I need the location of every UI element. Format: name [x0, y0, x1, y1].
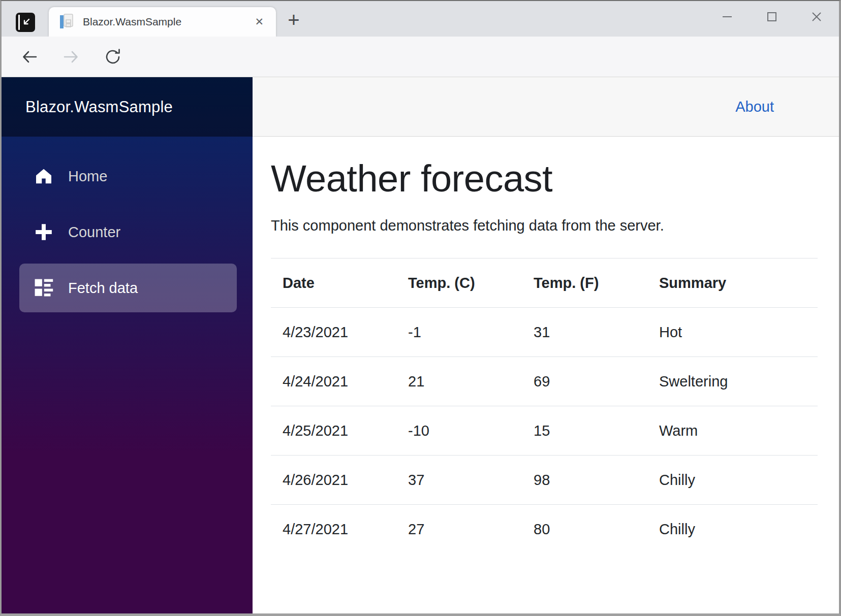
cell-summary: Chilly: [647, 505, 818, 554]
sidebar-item-label: Home: [68, 168, 107, 185]
cell-temp-f: 69: [522, 357, 647, 406]
sidebar-item-counter[interactable]: Counter: [19, 208, 237, 256]
table-row: 4/26/2021 37 98 Chilly: [271, 456, 818, 505]
column-header-temp-f: Temp. (F): [522, 258, 647, 308]
close-window-button[interactable]: [794, 1, 839, 33]
table-row: 4/27/2021 27 80 Chilly: [271, 505, 818, 554]
journal-arrow-icon[interactable]: [16, 13, 35, 32]
sidebar-brand-row: Blazor.WasmSample: [2, 77, 253, 137]
browser-window: Blazor.WasmSample ✕ +: [0, 0, 841, 616]
cell-temp-c: -1: [396, 308, 522, 357]
content: Weather forecast This component demonstr…: [253, 137, 839, 554]
cell-temp-f: 31: [522, 308, 647, 357]
cell-date: 4/26/2021: [271, 456, 396, 505]
main-top-row: About: [253, 77, 839, 137]
journal-spine: [18, 15, 20, 30]
tab-favicon-icon: [59, 14, 74, 30]
minimize-button[interactable]: [705, 1, 750, 33]
cell-date: 4/27/2021: [271, 505, 396, 554]
table-row: 4/24/2021 21 69 Sweltering: [271, 357, 818, 406]
app-brand[interactable]: Blazor.WasmSample: [25, 98, 173, 116]
main-area: About Weather forecast This component de…: [253, 77, 839, 613]
cell-temp-c: -10: [396, 406, 522, 456]
weather-forecast-table: Date Temp. (C) Temp. (F) Summary 4/23/20…: [271, 258, 818, 554]
cell-date: 4/25/2021: [271, 406, 396, 456]
browser-tab[interactable]: Blazor.WasmSample ✕: [49, 7, 276, 37]
sidebar: Blazor.WasmSample Home Counter: [2, 77, 253, 613]
list-rich-icon: [34, 278, 53, 298]
nav-menu: Home Counter: [2, 137, 253, 312]
window-controls: [705, 1, 839, 33]
column-header-summary: Summary: [647, 258, 818, 308]
plus-icon: [34, 222, 53, 242]
sidebar-item-home[interactable]: Home: [19, 152, 237, 201]
cell-summary: Hot: [647, 308, 818, 357]
cell-summary: Chilly: [647, 456, 818, 505]
cell-date: 4/24/2021: [271, 357, 396, 406]
tab-close-icon[interactable]: ✕: [251, 14, 268, 30]
cell-temp-f: 15: [522, 406, 647, 456]
cell-summary: Sweltering: [647, 357, 818, 406]
page-body: Blazor.WasmSample Home Counter: [2, 77, 839, 613]
tab-strip: Blazor.WasmSample ✕ +: [2, 1, 839, 37]
browser-toolbar: https://localhost:5001/fetchdata: [2, 37, 839, 77]
page-title: Weather forecast: [271, 157, 817, 200]
table-row: 4/23/2021 -1 31 Hot: [271, 308, 818, 357]
sidebar-item-label: Fetch data: [68, 280, 138, 297]
cell-date: 4/23/2021: [271, 308, 396, 357]
cell-temp-f: 80: [522, 505, 647, 554]
refresh-button[interactable]: [104, 48, 122, 66]
cell-summary: Warm: [647, 406, 818, 456]
sidebar-item-label: Counter: [68, 224, 120, 241]
back-button[interactable]: [20, 48, 39, 66]
forward-button[interactable]: [62, 48, 80, 66]
home-icon: [34, 167, 53, 186]
cell-temp-c: 37: [396, 456, 522, 505]
table-header-row: Date Temp. (C) Temp. (F) Summary: [271, 258, 818, 308]
cell-temp-c: 27: [396, 505, 522, 554]
maximize-button[interactable]: [750, 1, 794, 33]
table-row: 4/25/2021 -10 15 Warm: [271, 406, 818, 456]
arrow-down-left-glyph: [21, 17, 32, 27]
new-tab-button[interactable]: +: [282, 9, 305, 30]
about-link[interactable]: About: [735, 99, 774, 115]
cell-temp-f: 98: [522, 456, 647, 505]
tab-title: Blazor.WasmSample: [83, 16, 251, 28]
column-header-temp-c: Temp. (C): [396, 258, 522, 308]
column-header-date: Date: [271, 258, 396, 308]
cell-temp-c: 21: [396, 357, 522, 406]
sidebar-item-fetch-data[interactable]: Fetch data: [19, 264, 237, 312]
page-description: This component demonstrates fetching dat…: [271, 217, 817, 234]
